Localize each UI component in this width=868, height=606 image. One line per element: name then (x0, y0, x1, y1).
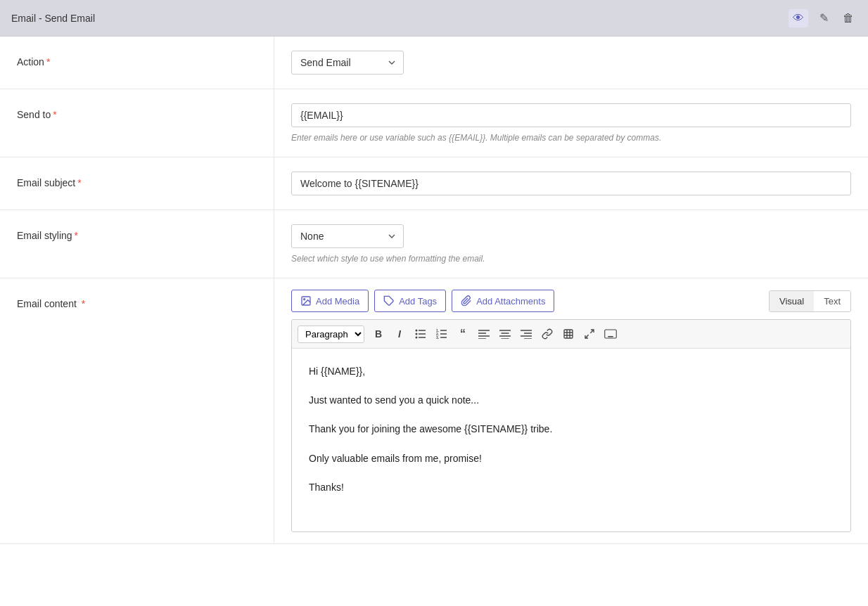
align-right-button[interactable] (516, 324, 536, 344)
send-to-required: * (53, 109, 56, 120)
editor-line-3: Thank you for joining the awesome {{SITE… (309, 420, 834, 438)
email-subject-label-cell: Email subject * (0, 157, 274, 209)
paragraph-select[interactable]: Paragraph Heading 1 Heading 2 Heading 3 (298, 325, 364, 343)
email-content-row: Email content * Add Media (0, 278, 868, 544)
add-media-button[interactable]: Add Media (291, 290, 369, 312)
visual-view-button[interactable]: Visual (770, 291, 814, 311)
email-content-label-cell: Email content * (0, 278, 274, 543)
link-button[interactable] (537, 324, 557, 344)
editor-body[interactable]: Hi {{NAME}}, Just wanted to send you a q… (292, 349, 850, 531)
add-tags-label: Add Tags (399, 296, 437, 307)
align-left-icon (478, 329, 490, 339)
align-center-button[interactable] (495, 324, 515, 344)
send-to-field-cell: Enter emails here or use variable such a… (274, 89, 868, 157)
keyboard-button[interactable] (601, 324, 620, 344)
svg-rect-27 (564, 330, 573, 338)
email-subject-row: Email subject * (0, 157, 868, 210)
email-content-field-cell: Add Media Add Tags Add Att (274, 278, 868, 543)
align-left-button[interactable] (474, 324, 494, 344)
editor-container: Paragraph Heading 1 Heading 2 Heading 3 … (291, 319, 851, 532)
action-required: * (46, 56, 50, 67)
send-to-row: Send to * Enter emails here or use varia… (0, 89, 868, 157)
email-styling-label: Email styling (17, 230, 72, 241)
email-subject-required: * (77, 177, 81, 188)
svg-line-33 (585, 335, 589, 338)
content-toolbar-buttons: Add Media Add Tags Add Att (291, 290, 554, 312)
editor-toolbar: Paragraph Heading 1 Heading 2 Heading 3 … (292, 320, 850, 349)
email-styling-field-cell: None Default Custom Select which style t… (274, 210, 868, 278)
svg-point-6 (416, 330, 418, 332)
email-styling-required: * (75, 230, 78, 241)
email-subject-label: Email subject (17, 177, 75, 188)
trash-icon[interactable]: 🗑 (840, 9, 857, 27)
main-layout: Action * Send Email Send SMS Webhook Sen… (0, 37, 868, 606)
add-media-label: Add Media (316, 296, 359, 307)
add-attachments-icon (461, 295, 472, 307)
unordered-list-icon (415, 329, 426, 339)
bold-button[interactable]: B (369, 324, 388, 344)
email-styling-row: Email styling * None Default Custom Sele… (0, 210, 868, 278)
action-label-cell: Action * (0, 37, 274, 89)
svg-point-8 (416, 337, 418, 339)
action-select[interactable]: Send Email Send SMS Webhook (291, 51, 404, 75)
svg-line-32 (590, 330, 594, 333)
content-toolbar-row: Add Media Add Tags Add Att (291, 290, 851, 312)
blockquote-button[interactable]: “ (453, 324, 473, 344)
svg-point-7 (416, 333, 418, 335)
table-button[interactable] (559, 324, 578, 344)
email-styling-select[interactable]: None Default Custom (291, 224, 404, 248)
link-icon (542, 328, 553, 340)
add-attachments-label: Add Attachments (476, 296, 545, 307)
table-icon (563, 328, 574, 340)
editor-line-1: Hi {{NAME}}, (309, 363, 834, 380)
editor-line-2: Just wanted to send you a quick note... (309, 392, 834, 409)
add-tags-button[interactable]: Add Tags (374, 290, 446, 312)
send-to-label-cell: Send to * (0, 89, 274, 157)
page-header: Email - Send Email 👁 ✎ 🗑 (0, 0, 868, 37)
email-styling-hint: Select which style to use when formattin… (291, 254, 851, 264)
email-subject-field-cell (274, 157, 868, 209)
editor-line-4: Only valuable emails from me, promise! (309, 450, 834, 468)
add-media-icon (300, 295, 312, 307)
pencil-icon[interactable]: ✎ (817, 8, 831, 27)
fullscreen-icon (584, 328, 595, 340)
svg-point-1 (304, 299, 305, 300)
eye-icon[interactable]: 👁 (789, 9, 808, 27)
action-label: Action (17, 56, 44, 67)
email-content-required: * (82, 298, 85, 309)
align-center-icon (499, 329, 511, 339)
unordered-list-button[interactable] (411, 324, 430, 344)
action-field-cell: Send Email Send SMS Webhook (274, 37, 868, 89)
view-toggle: Visual Text (769, 290, 851, 312)
add-tags-icon (383, 295, 395, 307)
italic-button[interactable]: I (390, 324, 409, 344)
header-actions: 👁 ✎ 🗑 (789, 8, 857, 27)
send-to-input[interactable] (291, 103, 851, 127)
fullscreen-button[interactable] (580, 324, 599, 344)
ordered-list-button[interactable]: 1. 2. 3. (432, 324, 452, 344)
send-to-hint: Enter emails here or use variable such a… (291, 133, 851, 143)
email-styling-label-cell: Email styling * (0, 210, 274, 278)
svg-text:3.: 3. (436, 335, 440, 339)
page-title: Email - Send Email (11, 13, 95, 24)
email-content-label: Email content (17, 298, 77, 309)
email-subject-input[interactable] (291, 172, 851, 195)
send-to-label: Send to (17, 109, 51, 120)
editor-line-5: Thanks! (309, 479, 834, 496)
action-field-row: Action * Send Email Send SMS Webhook (0, 37, 868, 89)
text-view-button[interactable]: Text (814, 291, 850, 311)
ordered-list-icon: 1. 2. 3. (436, 329, 447, 339)
add-attachments-button[interactable]: Add Attachments (452, 290, 554, 312)
keyboard-icon (604, 329, 617, 339)
align-right-icon (521, 329, 532, 339)
